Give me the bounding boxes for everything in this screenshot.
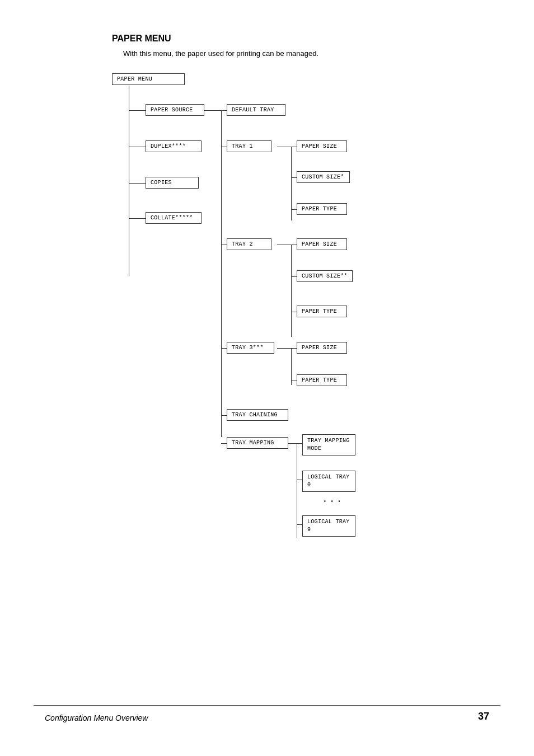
box-paper-type-3: PAPER TYPE xyxy=(297,374,347,386)
page-description: With this menu, the paper used for print… xyxy=(123,49,489,58)
footer-label: Configuration Menu Overview xyxy=(45,713,148,722)
box-custom-size-1: CUSTOM SIZE* xyxy=(297,171,350,183)
box-tray3: TRAY 3*** xyxy=(227,342,274,354)
box-tray-chaining: TRAY CHAINING xyxy=(227,409,288,421)
box-default-tray: DEFAULT TRAY xyxy=(227,104,285,116)
box-tray-mapping: TRAY MAPPING xyxy=(227,437,288,449)
box-copies: COPIES xyxy=(146,177,199,189)
box-paper-type-1: PAPER TYPE xyxy=(297,203,347,215)
menu-diagram: PAPER MENU PAPER SOURCE DUPLEX**** COPIE… xyxy=(112,73,489,538)
box-paper-source: PAPER SOURCE xyxy=(146,104,204,116)
box-logical-tray-9: LOGICAL TRAY 9 xyxy=(302,515,355,537)
box-paper-menu: PAPER MENU xyxy=(112,73,185,85)
box-tray2: TRAY 2 xyxy=(227,238,271,250)
box-tray-mapping-mode: TRAY MAPPING MODE xyxy=(302,434,355,456)
box-custom-size-2: CUSTOM SIZE** xyxy=(297,270,353,282)
box-tray1: TRAY 1 xyxy=(227,140,271,152)
box-collate: COLLATE***** xyxy=(146,212,202,224)
box-logical-tray-0: LOGICAL TRAY 0 xyxy=(302,471,355,492)
box-duplex: DUPLEX**** xyxy=(146,140,202,152)
ellipsis-dots: ··· xyxy=(322,496,343,506)
footer-divider xyxy=(34,705,500,706)
footer-page: 37 xyxy=(478,711,489,722)
page-title: PAPER MENU xyxy=(112,34,489,44)
box-paper-type-2: PAPER TYPE xyxy=(297,306,347,317)
box-paper-size-3: PAPER SIZE xyxy=(297,342,347,354)
box-paper-size-2: PAPER SIZE xyxy=(297,238,347,250)
box-paper-size-1: PAPER SIZE xyxy=(297,140,347,152)
